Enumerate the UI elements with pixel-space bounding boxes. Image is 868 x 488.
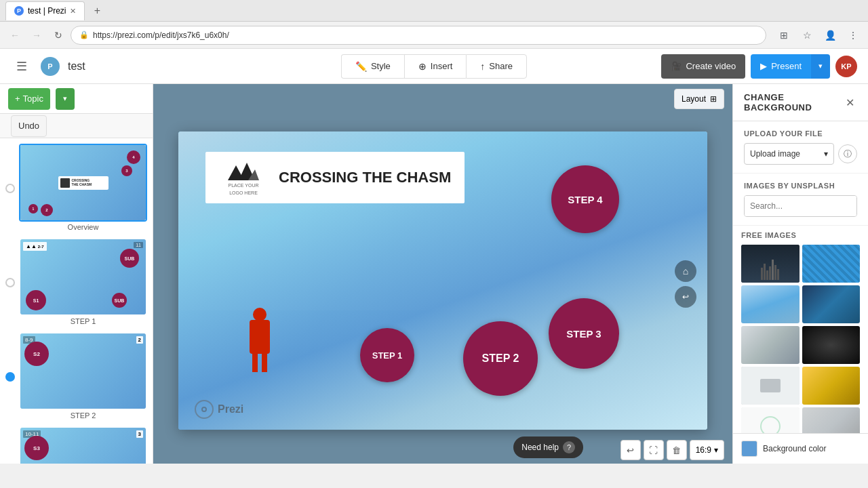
upload-section-title: UPLOAD YOUR FILE: [744, 129, 857, 138]
slide-item-container: ▲▲ 2-7 11 SUB SUB S1 STEP 1: [19, 238, 147, 327]
sidebar-toolbar: + Topic ▾: [0, 84, 153, 114]
logo-placeholder: PLACE YOUR LOGO HERE: [219, 160, 268, 195]
slide-item-container: 8-9 2 S2 STEP 2: [19, 332, 147, 421]
slide-label: STEP 2: [19, 410, 147, 421]
list-item[interactable]: [741, 245, 800, 283]
forward-btn[interactable]: →: [27, 26, 46, 45]
nav-back-btn[interactable]: ↩: [675, 286, 696, 308]
climber-left: [239, 308, 280, 375]
bookmark-btn[interactable]: ☆: [797, 26, 816, 45]
present-dropdown-btn[interactable]: ▾: [811, 54, 830, 79]
upload-section: UPLOAD YOUR FILE Upload image ▾ ⓘ: [733, 121, 868, 174]
list-item[interactable]: [802, 407, 861, 433]
profile-btn[interactable]: 👤: [821, 26, 840, 45]
slide-select-radio[interactable]: [5, 184, 15, 193]
list-item[interactable]: 10-11 3 S3 STEP 3: [5, 426, 147, 464]
nav-home-btn[interactable]: ⌂: [675, 260, 696, 282]
undo-history-btn[interactable]: ↩: [620, 440, 641, 460]
logo-text-line1: PLACE YOUR: [229, 183, 259, 188]
plus-icon: +: [15, 94, 20, 104]
free-images-title: FREE IMAGES: [741, 231, 860, 239]
reload-btn[interactable]: ↻: [49, 26, 68, 45]
list-item[interactable]: [741, 326, 800, 364]
left-sidebar: + Topic ▾ Undo: [0, 84, 153, 464]
undo-bar: Undo: [0, 114, 153, 138]
slide-label: Overview: [19, 222, 147, 232]
list-item[interactable]: [802, 245, 861, 283]
logo-mountains: [228, 160, 259, 180]
slide-thumbnail[interactable]: ▲▲ 2-7 11 SUB SUB S1: [19, 238, 147, 316]
back-btn[interactable]: ←: [5, 26, 24, 45]
settings-btn[interactable]: ⋮: [844, 26, 863, 45]
bg-color-label: Background color: [763, 444, 826, 453]
lock-icon: 🔒: [79, 30, 89, 39]
hamburger-btn[interactable]: ☰: [11, 56, 33, 77]
list-item[interactable]: [802, 326, 861, 364]
upload-image-btn[interactable]: Upload image ▾: [744, 143, 834, 165]
address-bar[interactable]: 🔒 https://prezi.com/p/edit/jxs7k6_u6x0h/: [71, 26, 766, 45]
bg-color-swatch[interactable]: [741, 441, 757, 457]
insert-btn[interactable]: ⊕ Insert: [404, 54, 467, 79]
present-btn[interactable]: ▶ Present: [751, 54, 811, 79]
list-item[interactable]: [741, 285, 800, 323]
insert-icon: ⊕: [418, 61, 427, 72]
list-item[interactable]: 8-9 2 S2 STEP 2: [5, 332, 147, 421]
delete-btn[interactable]: 🗑: [667, 440, 687, 460]
list-item[interactable]: CROSSINGTHE CHASM 4 3 1 2 Overview: [5, 144, 147, 232]
list-item[interactable]: ▲▲ 2-7 11 SUB SUB S1 STEP 1: [5, 238, 147, 327]
add-topic-dropdown-btn[interactable]: ▾: [56, 88, 75, 110]
slide-select-radio[interactable]: [5, 278, 15, 287]
add-topic-btn[interactable]: + Topic: [8, 88, 50, 110]
list-item[interactable]: [802, 367, 861, 405]
list-item[interactable]: [741, 407, 800, 433]
step2-circle[interactable]: STEP 2: [463, 321, 538, 396]
slide-item-container: 10-11 3 S3 STEP 3: [19, 426, 147, 464]
step3-circle[interactable]: STEP 3: [549, 298, 619, 369]
unsplash-section: IMAGES BY UNSPLASH 🔍: [733, 174, 868, 226]
info-btn[interactable]: ⓘ: [838, 144, 857, 163]
fullscreen-btn[interactable]: ⛶: [644, 440, 664, 460]
slide-select-radio[interactable]: [5, 372, 15, 382]
slide-thumbnail[interactable]: 8-9 2 S2: [19, 332, 147, 410]
app-container: ☰ P test ✏️ Style ⊕ Insert ↑ Share 🎥 Cre…: [0, 49, 868, 464]
url-text: https://prezi.com/p/edit/jxs7k6_u6x0h/: [93, 30, 229, 40]
user-avatar[interactable]: KP: [835, 56, 857, 77]
layout-btn[interactable]: Layout ⊞: [674, 89, 724, 109]
slide-thumbnail[interactable]: CROSSINGTHE CHASM 4 3 1 2: [19, 144, 147, 222]
style-btn[interactable]: ✏️ Style: [341, 54, 404, 79]
create-video-btn[interactable]: 🎥 Create video: [661, 54, 745, 79]
active-tab[interactable]: P test | Prezi ✕: [5, 1, 85, 20]
aspect-ratio-btn[interactable]: 16:9 ▾: [690, 440, 724, 460]
browser-actions: ⊞ ☆ 👤 ⋮: [774, 26, 863, 45]
app-toolbar: ☰ P test ✏️ Style ⊕ Insert ↑ Share 🎥 Cre…: [0, 49, 868, 84]
step1-circle[interactable]: STEP 1: [360, 328, 414, 382]
dropdown-icon: ▾: [824, 149, 828, 159]
undo-btn[interactable]: Undo: [11, 115, 47, 137]
list-item[interactable]: [741, 367, 800, 405]
tab-close-btn[interactable]: ✕: [70, 7, 76, 16]
right-panel: CHANGE BACKGROUND ✕ UPLOAD YOUR FILE Upl…: [732, 84, 868, 464]
watermark-inner: [201, 407, 207, 412]
prezi-logo: P: [41, 57, 60, 76]
need-help-btn[interactable]: Need help ?: [513, 436, 583, 458]
play-icon: ▶: [760, 61, 767, 71]
video-icon: 🎥: [671, 61, 682, 71]
bg-color-row: Background color: [733, 433, 868, 464]
watermark-logo-icon: [195, 400, 214, 419]
search-input[interactable]: [745, 196, 857, 216]
step4-circle[interactable]: STEP 4: [551, 165, 619, 233]
canvas-slide: PLACE YOUR LOGO HERE CROSSING THE CHASM …: [178, 131, 707, 430]
slide-thumbnail[interactable]: 10-11 3 S3: [19, 426, 147, 464]
panel-title: CHANGE BACKGROUND: [744, 92, 843, 113]
tab-favicon: P: [14, 6, 24, 16]
slide-list: CROSSINGTHE CHASM 4 3 1 2 Overview: [0, 138, 153, 464]
close-panel-btn[interactable]: ✕: [843, 94, 857, 110]
browser-tabs: P test | Prezi ✕ +: [0, 0, 868, 22]
share-btn[interactable]: ↑ Share: [466, 54, 527, 79]
list-item[interactable]: [802, 285, 861, 323]
extensions-btn[interactable]: ⊞: [774, 26, 793, 45]
new-tab-btn[interactable]: +: [87, 1, 106, 20]
main-content: + Topic ▾ Undo: [0, 84, 868, 464]
layout-label: Layout: [682, 94, 706, 104]
share-icon: ↑: [480, 61, 485, 72]
